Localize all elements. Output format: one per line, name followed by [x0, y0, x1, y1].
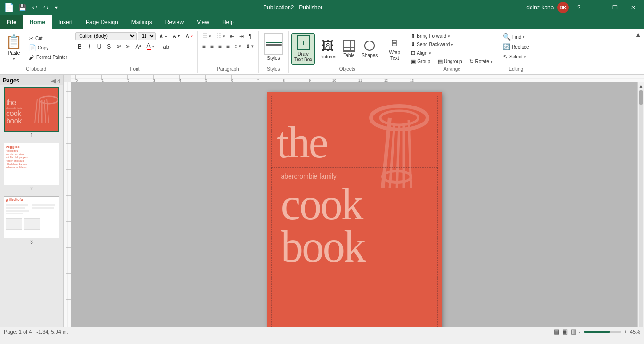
svg-text:9: 9 [64, 323, 64, 325]
svg-text:7: 7 [257, 79, 259, 82]
pictures-button[interactable]: 🖼 Pictures [317, 37, 338, 61]
page-thumb-1[interactable]: the abercrombie family cook book 1 [0, 85, 63, 141]
wrap-text-button[interactable]: ⌸ Wrap Text [386, 35, 403, 63]
font-size-down-button[interactable]: A▼ [171, 33, 182, 40]
page-thumb-3-num: 3 [4, 238, 59, 246]
zoom-slider[interactable] [584, 331, 621, 333]
font-family-select[interactable]: Calibri (Body) [75, 32, 137, 40]
styles-button[interactable]: Styles [262, 32, 285, 62]
align-right-button[interactable]: ≡ [217, 42, 224, 50]
menu-item-file[interactable]: File [0, 15, 23, 29]
draw-text-box-button[interactable]: T Draw Text Box [291, 33, 315, 65]
italic-button[interactable]: I [85, 42, 94, 51]
zoom-out-button[interactable]: - [579, 329, 581, 335]
bold-button[interactable]: B [75, 42, 84, 51]
view-master-button[interactable]: ▥ [571, 328, 576, 335]
menu-item-insert[interactable]: Insert [52, 15, 79, 29]
editing-label: Editing [508, 66, 523, 72]
menu-item-view[interactable]: View [190, 15, 216, 29]
help-icon[interactable]: ? [572, 3, 585, 12]
font-size-select[interactable]: 11 [138, 32, 156, 40]
copy-button[interactable]: 📄 Copy [27, 43, 69, 52]
send-backward-button[interactable]: ⬇ Send Backward ▾ [409, 41, 455, 49]
justify-button[interactable]: ≡ [225, 42, 232, 50]
find-button[interactable]: 🔍 Find ▾ [501, 32, 527, 41]
user-name: deinz kana [526, 4, 554, 11]
scroll-up-button[interactable]: ▲ [638, 82, 644, 90]
menu-item-help[interactable]: Help [216, 15, 241, 29]
align-center-button[interactable]: ≡ [209, 42, 216, 50]
menu-bar: File Home Insert Page Design Mailings Re… [0, 15, 644, 29]
svg-line-5 [35, 99, 37, 123]
format-painter-button[interactable]: 🖌 Format Painter [27, 53, 69, 62]
title-bar-right: deinz kana DK ? — ❐ ✕ [526, 2, 640, 13]
ribbon-group-paragraph: ☰▾ ☷▾ ⇤ ⇥ ¶ ≡ ≡ ≡ ≡ ↕▾ ⇕▾ Paragraph [198, 31, 259, 73]
close-button[interactable]: ✕ [626, 3, 640, 12]
quick-redo-icon[interactable]: ↪ [42, 4, 50, 11]
numbering-button[interactable]: ☷▾ [214, 32, 227, 41]
align-left-button[interactable]: ≡ [201, 42, 208, 50]
para-spacing-button[interactable]: ⇕▾ [244, 42, 256, 50]
vertical-scrollbar[interactable]: ▲ ▼ [637, 82, 644, 327]
ruler-v-svg: 0 1 2 3 4 5 6 7 8 9 [64, 82, 71, 327]
arrange-label: Arrange [443, 66, 460, 72]
cover-main-text-box[interactable]: abercrombie family cookbook [271, 167, 438, 327]
rotate-button[interactable]: ↻ Rotate ▾ [467, 57, 494, 66]
align-button[interactable]: ⊟ Align ▾ [409, 49, 433, 57]
minimize-button[interactable]: — [589, 3, 604, 12]
zoom-level: 45% [630, 329, 640, 335]
page-thumb-2[interactable]: veggles • grilled tofu • mushroom stew •… [0, 141, 63, 194]
menu-item-mailings[interactable]: Mailings [125, 15, 159, 29]
user-avatar[interactable]: DK [557, 2, 569, 13]
quick-save-icon[interactable]: 💾 [17, 4, 28, 11]
view-layout-button[interactable]: ▣ [562, 328, 568, 335]
status-bar: Page: 1 of 4 -1.34, 5.94 in. ▤ ▣ ▥ - + 4… [0, 327, 644, 336]
clear-format-button[interactable]: Ax [184, 33, 194, 40]
cover-cookbook-text: cookbook [281, 183, 428, 268]
bring-forward-button[interactable]: ⬆ Bring Forward ▾ [409, 32, 452, 40]
cut-button[interactable]: ✂ Cut [27, 34, 69, 43]
status-right: ▤ ▣ ▥ - + 45% [554, 328, 640, 335]
indent-increase-button[interactable]: ⇥ [237, 32, 246, 41]
page-thumb-3[interactable]: grilled tofu [0, 194, 63, 247]
objects-label: Objects [339, 66, 355, 72]
shapes-button[interactable]: Shapes [359, 38, 380, 59]
quick-undo-icon[interactable]: ↩ [31, 4, 39, 11]
menu-item-home[interactable]: Home [23, 15, 52, 29]
title-bar: 📄 💾 ↩ ↪ ▾ Publication2 - Publisher deinz… [0, 0, 644, 15]
show-para-button[interactable]: ¶ [247, 32, 253, 41]
menu-item-review[interactable]: Review [159, 15, 190, 29]
paste-button[interactable]: 📋 Paste ▾ [3, 32, 25, 63]
font-size-aa-button[interactable]: Aᵃ [133, 42, 143, 51]
clipboard-label: Clipboard [26, 66, 46, 72]
group-button[interactable]: ▣ Group [409, 57, 432, 66]
table-button[interactable]: Table [340, 38, 357, 59]
font-color-button[interactable]: A ▾ [145, 41, 156, 51]
replace-button[interactable]: 🔄 Replace [501, 42, 531, 51]
indent-decrease-button[interactable]: ⇤ [228, 32, 236, 41]
line-spacing-button[interactable]: ↕▾ [233, 42, 243, 50]
top-ruler: 0 1 2 3 4 5 6 7 8 9 10 11 12 13 [71, 75, 644, 82]
view-normal-button[interactable]: ▤ [554, 328, 559, 335]
svg-text:8: 8 [283, 79, 285, 82]
svg-text:6: 6 [231, 79, 233, 82]
font-size-up-button[interactable]: A▲ [157, 33, 169, 40]
ribbon-collapse-button[interactable]: ▲ [635, 31, 641, 38]
underline-button[interactable]: U [95, 42, 104, 51]
scroll-thumb[interactable] [639, 90, 643, 105]
app-title: Publication2 - Publisher [59, 4, 526, 11]
menu-item-pagedesign[interactable]: Page Design [79, 15, 125, 29]
bullets-button[interactable]: ☰▾ [201, 32, 213, 41]
highlight-color-button[interactable]: ab [161, 43, 171, 50]
select-button[interactable]: ↖ Select ▾ [501, 52, 528, 61]
strikethrough-button[interactable]: S [105, 42, 113, 51]
maximize-button[interactable]: ❐ [608, 3, 622, 12]
ungroup-button[interactable]: ▤ Ungroup [436, 57, 464, 66]
scroll-track [639, 90, 643, 327]
subscript-button[interactable]: x₂ [124, 43, 132, 50]
zoom-in-button[interactable]: + [624, 329, 627, 335]
svg-text:12: 12 [384, 79, 388, 82]
superscript-button[interactable]: x² [115, 43, 122, 50]
quick-more-icon[interactable]: ▾ [53, 4, 59, 11]
svg-text:3: 3 [153, 79, 155, 82]
